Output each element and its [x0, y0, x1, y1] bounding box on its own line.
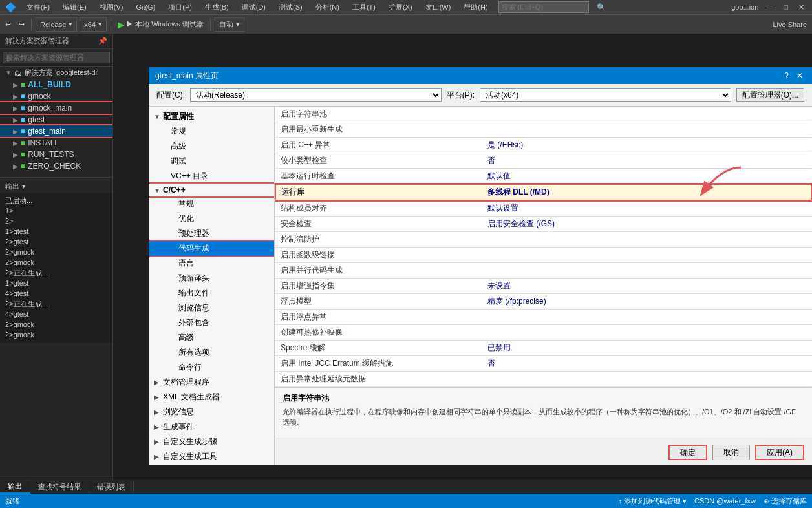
menu-help[interactable]: 帮助(H)	[461, 1, 490, 14]
tree-item-code-analysis[interactable]: ▶ Code Analysis	[149, 464, 274, 465]
tree-item-general[interactable]: 常规	[149, 124, 274, 139]
tree-item-cpp[interactable]: ▼ C/C++	[149, 184, 274, 196]
menu-project[interactable]: 项目(P)	[166, 1, 195, 14]
cancel-button[interactable]: 取消	[712, 445, 750, 460]
prop-value-1[interactable]	[482, 122, 811, 138]
sidebar-item-zerocheck[interactable]: ▶ ■ ZERO_CHECK	[0, 160, 112, 172]
menu-build[interactable]: 生成(B)	[202, 1, 231, 14]
auto-dropdown[interactable]: 自动 ▾	[215, 17, 244, 32]
tree-item-advanced[interactable]: 高级	[149, 139, 274, 154]
dialog-close-btn[interactable]: ✕	[794, 70, 806, 81]
tree-item-browse[interactable]: 浏览信息	[149, 301, 274, 315]
tree-item-cmdline[interactable]: 命令行	[149, 360, 274, 375]
repo-select-btn[interactable]: ⊕ 选择存储库	[764, 496, 807, 506]
prop-value-13[interactable]	[482, 310, 811, 325]
redo-btn[interactable]: ↪	[16, 19, 27, 30]
sidebar-item-gtest-main[interactable]: ▶ ■ gtest_main	[0, 125, 112, 137]
prop-row-10: 启用并行代码生成	[275, 263, 811, 279]
sidebar-item-gmock[interactable]: ▶ ■ gmock	[0, 90, 112, 102]
menu-file[interactable]: 文件(F)	[24, 1, 52, 14]
tree-item-codegen[interactable]: 代码生成	[149, 241, 274, 256]
tree-codegen-label: 代码生成	[178, 243, 209, 254]
maximize-btn[interactable]: □	[781, 2, 791, 12]
config-select[interactable]: 活动(Release)	[190, 88, 442, 102]
run-debugger-btn[interactable]: ▶ ▶ 本地 Windows 调试器	[115, 18, 206, 31]
gtest-main-label: gtest_main	[28, 127, 66, 136]
menu-tools[interactable]: 工具(T)	[350, 1, 378, 14]
menu-extend[interactable]: 扩展(X)	[386, 1, 415, 14]
tree-item-output[interactable]: 输出文件	[149, 286, 274, 301]
sidebar-search-input[interactable]	[3, 52, 110, 63]
undo-btn[interactable]: ↩	[3, 19, 14, 30]
tab-output[interactable]: 输出	[0, 480, 30, 494]
tree-all-label: 所有选项	[178, 347, 209, 358]
prop-value-6[interactable]: 默认设置	[482, 200, 811, 217]
sidebar-header: 解决方案资源管理器 📌	[0, 34, 112, 49]
tree-item-advanced2[interactable]: 高级	[149, 330, 274, 345]
prop-value-8[interactable]	[482, 232, 811, 248]
tree-item-pch[interactable]: 预编译头	[149, 271, 274, 286]
prop-value-3[interactable]: 否	[482, 153, 811, 169]
tree-item-optimize[interactable]: 优化	[149, 211, 274, 226]
output-dropdown-arrow[interactable]: ▾	[22, 183, 25, 190]
build-config-dropdown[interactable]: Release ▾	[36, 17, 77, 32]
tree-item-xml[interactable]: ▶ XML 文档生成器	[149, 390, 274, 405]
tree-item-custom-build[interactable]: ▶ 自定义生成步骤	[149, 434, 274, 449]
menu-view[interactable]: 视图(V)	[97, 1, 126, 14]
tree-root[interactable]: ▼ 配置属性	[149, 109, 274, 124]
tree-item-vcpp-dirs[interactable]: VC++ 目录	[149, 169, 274, 184]
prop-value-0[interactable]	[482, 107, 811, 122]
tree-item-alloptions[interactable]: 所有选项	[149, 345, 274, 360]
platform-select[interactable]: 活动(x64)	[480, 88, 731, 102]
tree-item-docmgr[interactable]: ▶ 文档管理程序	[149, 375, 274, 390]
global-search-input[interactable]	[498, 1, 589, 13]
menu-analyze[interactable]: 分析(N)	[313, 1, 342, 14]
tree-item-build-events[interactable]: ▶ 生成事件	[149, 419, 274, 434]
sidebar-item-install[interactable]: ▶ ■ INSTALL	[0, 137, 112, 149]
sidebar-item-gmock-main[interactable]: ▶ ■ gmock_main	[0, 102, 112, 114]
prop-value-14[interactable]	[482, 325, 811, 341]
source-control-btn[interactable]: ↑ 添加到源代码管理 ▾	[618, 496, 687, 506]
tree-item-browse2[interactable]: ▶ 浏览信息	[149, 405, 274, 419]
tab-error-list[interactable]: 错误列表	[89, 481, 134, 493]
output-panel: 已启动... 1> 2> 1>gtest 2>gtest 2>gmock 2>g…	[0, 193, 112, 343]
prop-value-4[interactable]: 默认值	[482, 169, 811, 185]
sidebar-item-allbuild[interactable]: ▶ ■ ALL_BUILD	[0, 79, 112, 90]
prop-value-10[interactable]	[482, 263, 811, 279]
prop-value-11[interactable]: 未设置	[482, 279, 811, 294]
apply-button[interactable]: 应用(A)	[755, 445, 804, 460]
prop-value-9[interactable]	[482, 248, 811, 263]
solution-root[interactable]: ▼ 🗂 解决方案 'googletest-di'	[0, 67, 112, 79]
prop-value-17[interactable]	[482, 372, 811, 387]
sidebar-item-gtest[interactable]: ▶ ■ gtest	[0, 114, 112, 125]
prop-value-12[interactable]: 精度 (/fp:precise)	[482, 294, 811, 310]
tree-item-preprocessor[interactable]: 预处理器	[149, 226, 274, 241]
menu-git[interactable]: Git(G)	[133, 2, 158, 12]
ok-button[interactable]: 确定	[668, 445, 707, 460]
solution-tree: ▼ 🗂 解决方案 'googletest-di' ▶ ■ ALL_BUILD ▶…	[0, 67, 112, 480]
menu-edit[interactable]: 编辑(E)	[60, 1, 89, 14]
prop-value-15[interactable]: 已禁用	[482, 341, 811, 356]
platform-dropdown[interactable]: x64 ▾	[80, 17, 107, 32]
tree-item-language[interactable]: 语言	[149, 256, 274, 271]
tree-item-cpp-general[interactable]: 常规	[149, 196, 274, 211]
tree-item-debug[interactable]: 调试	[149, 154, 274, 169]
tree-item-custom-tool[interactable]: ▶ 自定义生成工具	[149, 449, 274, 464]
config-manager-btn[interactable]: 配置管理器(O)...	[736, 88, 804, 102]
prop-value-16[interactable]: 否	[482, 356, 811, 372]
menu-debug[interactable]: 调试(D)	[239, 1, 268, 14]
menu-window[interactable]: 窗口(W)	[423, 1, 454, 14]
dialog-help-btn[interactable]: ?	[784, 71, 789, 80]
menu-test[interactable]: 测试(S)	[276, 1, 305, 14]
sidebar-pin-icon[interactable]: 📌	[98, 37, 107, 45]
chevron-right-icon-3: ▶	[154, 408, 160, 416]
close-btn[interactable]: ✕	[796, 2, 807, 13]
prop-value-2[interactable]: 是 (/EHsc)	[482, 138, 811, 153]
liveshare-btn[interactable]: Live Share	[770, 19, 809, 30]
prop-value-7[interactable]: 启用安全检查 (/GS)	[482, 217, 811, 232]
tree-item-external[interactable]: 外部包含	[149, 315, 274, 330]
sidebar-item-runtests[interactable]: ▶ ■ RUN_TESTS	[0, 149, 112, 160]
tab-find-symbol[interactable]: 查找符号结果	[30, 481, 89, 493]
minimize-btn[interactable]: —	[764, 2, 776, 12]
prop-value-runtime[interactable]: 多线程 DLL (/MD)	[482, 184, 811, 200]
